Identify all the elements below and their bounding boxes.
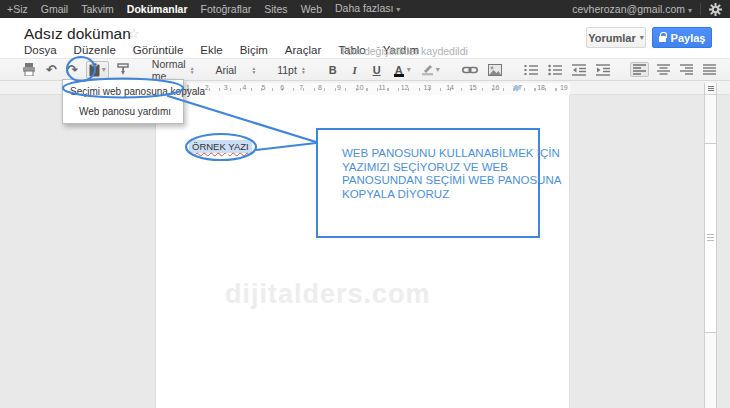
undo-button[interactable]: ↶ [44,62,59,78]
vertical-scrollbar[interactable] [704,83,717,408]
gbar-link-calendar[interactable]: Takvim [81,0,114,18]
selected-text[interactable]: ÖRNEK YAZI [189,140,252,153]
gbar-link-web[interactable]: Web [301,0,322,18]
align-left-button[interactable] [630,62,649,77]
ruler-number: 8 [318,84,322,92]
callout-line: YAZIMIZI SEÇİYORUZ VE WEB [342,161,538,175]
ruler-number: 14 [446,84,454,92]
chevron-down-icon: ▾ [396,5,400,14]
ruler[interactable]: 1 12345678910111213141516171819 [155,83,570,95]
ruler-number: 18 [537,84,545,92]
align-center-icon [657,64,670,75]
scroll-grip-icon [708,86,714,91]
callout-line: PANOSUNDAN SEÇİMİ WEB PANOSUNA [342,174,538,188]
comments-button[interactable]: Yorumlar▾ [586,27,646,48]
ruler-number: 6 [280,84,284,92]
annotation-callout-box: WEB PANOSUNU KULLANABİLMEK İÇİN YAZIMIZI… [316,128,540,238]
highlighter-icon [421,63,434,76]
font-selector[interactable]: Arial▴▾ [213,63,257,77]
star-icon[interactable]: ☆ [128,26,140,41]
menu-tools[interactable]: Araçlar [285,44,321,56]
ruler-number: 10 [356,84,364,92]
menu-format[interactable]: Biçim [240,44,268,56]
lock-icon [659,36,666,42]
justify-button[interactable] [701,63,718,76]
web-clipboard-button[interactable]: ▾ [86,61,109,79]
ruler-number: 11 [378,84,385,92]
ruler-numbers: 12345678910111213141516171819 [186,84,568,92]
numbered-list-icon [524,64,538,76]
formatting-toolbar: ↶ ↷ ▾ Normal me...▴▾ Arial▴▾ 11pt▴▾ B I … [0,58,730,81]
chevron-down-icon: ▾ [688,6,692,15]
ruler-number: 2 [205,84,209,92]
watermark: dijitalders.com [225,279,431,310]
link-icon [462,65,478,75]
right-indent-marker[interactable] [513,86,521,92]
scrollbar-top-button[interactable] [705,83,716,95]
gbar-link-photos[interactable]: Fotoğraflar [201,0,252,18]
menu-insert[interactable]: Ekle [200,44,222,56]
text-color-button[interactable]: A▾ [391,63,413,77]
underline-button[interactable]: U [369,63,385,77]
align-right-icon [680,64,693,75]
insert-image-button[interactable] [486,63,504,77]
chevron-down-icon: ▾ [407,65,411,74]
chevron-down-icon: ▾ [436,65,440,74]
align-right-button[interactable] [678,63,695,76]
menu-edit[interactable]: Düzenle [74,44,116,56]
gbar-link-documents[interactable]: Dokümanlar [127,0,188,18]
google-docs-window: +Siz Gmail Takvim Dokümanlar Fotoğraflar… [0,0,730,408]
highlight-color-button[interactable]: ▾ [419,62,442,77]
account-email-menu[interactable]: cevherozan@gmail.com ▾ [572,3,692,15]
printer-icon [22,63,36,76]
ruler-number: 4 [243,84,247,92]
ruler-number: 12 [401,84,409,92]
document-header: Adsız doküman ☆ Dosya Düzenle Görüntüle … [0,18,730,58]
italic-button[interactable]: I [347,63,363,77]
bulleted-list-button[interactable] [546,63,564,77]
gbar-link-more[interactable]: Daha fazlası ▾ [335,0,400,19]
google-bar-account: cevherozan@gmail.com ▾ [572,3,730,16]
ruler-number: 3 [224,84,228,92]
bold-button[interactable]: B [325,63,341,77]
menu-item-copy-selection-to-web-clipboard[interactable]: Seçimi web panosuna kopyala [63,82,183,100]
divider [700,3,701,15]
bulleted-list-icon [548,64,562,76]
font-size-selector[interactable]: 11pt▴▾ [275,63,306,77]
align-left-icon [633,64,646,75]
ruler-number: 15 [469,84,477,92]
google-top-bar: +Siz Gmail Takvim Dokümanlar Fotoğraflar… [0,0,730,18]
menu-view[interactable]: Görüntüle [133,44,184,56]
paint-format-button[interactable] [115,62,132,77]
justify-icon [703,64,716,75]
chevron-down-icon: ▾ [102,65,106,74]
print-button[interactable] [20,62,38,77]
web-clipboard-menu: Seçimi web panosuna kopyala Web panosu y… [62,79,184,124]
outdent-icon [572,64,586,76]
gbar-link-sites[interactable]: Sites [264,0,287,18]
ruler-number: 5 [261,84,265,92]
ruler-number: 9 [337,84,341,92]
menu-file[interactable]: Dosya [24,44,57,56]
decrease-indent-button[interactable] [570,63,588,77]
redo-button[interactable]: ↷ [65,62,80,78]
ruler-number: 16 [492,84,500,92]
document-title[interactable]: Adsız doküman [24,25,131,43]
callout-line: WEB PANOSUNU KULLANABİLMEK İÇİN [342,147,538,161]
color-swatch [394,74,404,77]
menu-item-web-clipboard-help[interactable]: Web panosu yardımı [63,102,183,120]
ruler-number: 7 [299,84,303,92]
scrollbar-thumb[interactable] [705,143,716,333]
callout-line: KOPYALA DİYORUZ [342,188,538,202]
numbered-list-button[interactable] [522,63,540,77]
gbar-link-plus[interactable]: +Siz [7,0,28,18]
clipboard-icon [89,63,100,77]
share-button[interactable]: Paylaş [652,27,712,48]
insert-link-button[interactable] [460,64,480,76]
save-status: Tüm değişiklikler kaydedildi [340,45,468,57]
gbar-link-gmail[interactable]: Gmail [41,0,68,18]
increase-indent-button[interactable] [594,63,612,77]
align-center-button[interactable] [655,63,672,76]
gear-icon[interactable] [709,3,722,16]
indent-icon [596,64,610,76]
